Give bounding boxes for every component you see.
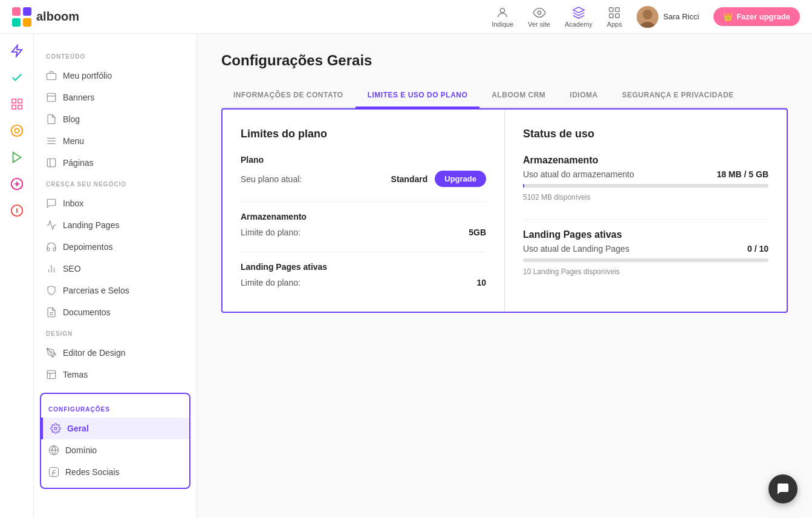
tab-idioma[interactable]: IDIOMA xyxy=(557,84,609,108)
tab-crm[interactable]: ALBOOM CRM xyxy=(479,84,557,108)
icon-sidebar-circle[interactable] xyxy=(5,198,29,223)
sidebar-item-paginas[interactable]: Páginas xyxy=(34,152,197,174)
plan-name: Standard xyxy=(391,174,428,184)
sidebar-item-editor-design[interactable]: Editor de Design xyxy=(34,342,197,364)
storage-usage-label: Uso atual do armazenamento xyxy=(523,169,634,179)
storage-status-title: Armazenamento xyxy=(523,155,768,166)
lp-status-row: Uso atual de Landing Pages 0 / 10 xyxy=(523,244,768,254)
svg-rect-17 xyxy=(18,105,21,109)
sidebar-item-geral[interactable]: Geral xyxy=(41,418,189,439)
sidebar-item-documentos-label: Documentos xyxy=(63,307,111,317)
storage-status-row: Uso atual do armazenamento 18 MB / 5 GB xyxy=(523,169,768,179)
left-sidebar: CONTEÚDO Meu portfólio Banners Blog Menu… xyxy=(34,34,197,518)
plan-section: Plano Seu plano atual: Standard Upgrade xyxy=(241,155,486,187)
sidebar-item-depoimentos-label: Depoimentos xyxy=(63,242,113,252)
svg-rect-8 xyxy=(609,13,613,17)
plan-card-title: Limites do plano xyxy=(241,128,486,140)
nav-academy-label: Academy xyxy=(565,21,593,28)
plan-label: Plano xyxy=(241,155,486,165)
sidebar-item-banners-label: Banners xyxy=(63,93,94,102)
section-label-negocio: CRESÇA SEU NEGÓCIO xyxy=(34,181,197,192)
sidebar-item-redes-sociais[interactable]: Redes Sociais xyxy=(41,461,189,483)
nav-apps-label: Apps xyxy=(607,21,622,28)
icon-sidebar-palette[interactable] xyxy=(5,119,29,143)
nav-ver-site[interactable]: Ver site xyxy=(528,6,550,28)
plan-limits-card: Limites do plano Plano Seu plano atual: … xyxy=(222,110,505,312)
tabs: INFORMAÇÕES DE CONTATO LIMITES E USO DO … xyxy=(221,84,788,108)
sidebar-item-portfolio-label: Meu portfólio xyxy=(63,71,112,80)
main-content: Configurações Gerais INFORMAÇÕES DE CONT… xyxy=(197,34,812,518)
svg-rect-14 xyxy=(11,99,15,103)
lp-usage-value: 0 / 10 xyxy=(747,244,768,254)
tab-informacoes[interactable]: INFORMAÇÕES DE CONTATO xyxy=(221,84,356,108)
user-info[interactable]: Sara Ricci xyxy=(637,6,699,28)
svg-marker-20 xyxy=(13,152,21,163)
svg-marker-13 xyxy=(11,45,22,56)
icon-sidebar xyxy=(0,34,34,518)
storage-usage-value: 18 MB / 5 GB xyxy=(716,169,768,179)
sidebar-item-temas[interactable]: Temas xyxy=(34,364,197,385)
lp-status-section: Landing Pages ativas Uso atual de Landin… xyxy=(523,229,768,277)
tab-limites[interactable]: LIMITES E USO DO PLANO xyxy=(356,84,480,108)
nav-apps[interactable]: Apps xyxy=(607,6,622,28)
lp-limit-label: Limite do plano: xyxy=(241,278,300,287)
storage-status-section: Armazenamento Uso atual do armazenamento… xyxy=(523,155,768,202)
logo-text: alboom xyxy=(36,10,79,24)
sidebar-item-depoimentos[interactable]: Depoimentos xyxy=(34,236,197,258)
sidebar-item-parcerias-label: Parcerias e Selos xyxy=(63,286,129,295)
section-label-conteudo: CONTEÚDO xyxy=(34,53,197,65)
nav-academy[interactable]: Academy xyxy=(565,6,593,28)
lp-limit-row: Limite do plano: 10 xyxy=(241,278,486,287)
icon-sidebar-dollar[interactable] xyxy=(5,172,29,196)
lp-usage-label: Uso atual de Landing Pages xyxy=(523,244,629,254)
storage-label: Armazenamento xyxy=(241,212,486,221)
sidebar-item-geral-label: Geral xyxy=(67,424,89,433)
tab-seguranca[interactable]: SEGURANÇA E PRIVACIDADE xyxy=(610,84,746,108)
nav-indique[interactable]: Indique xyxy=(492,6,513,28)
storage-section: Armazenamento Limite do plano: 5GB xyxy=(241,212,486,237)
icon-sidebar-check[interactable] xyxy=(5,65,29,90)
main-layout: CONTEÚDO Meu portfólio Banners Blog Menu… xyxy=(0,34,812,518)
section-label-config: CONFIGURAÇÕES xyxy=(41,406,189,418)
svg-rect-41 xyxy=(50,468,59,477)
storage-limit-value: 5GB xyxy=(469,228,486,237)
icon-sidebar-grid[interactable] xyxy=(5,92,29,116)
sidebar-item-landing-pages-label: Landing Pages xyxy=(63,220,119,230)
svg-rect-2 xyxy=(12,18,21,27)
svg-rect-7 xyxy=(615,7,619,11)
lp-progress-bg xyxy=(523,258,768,262)
section-label-design: DESIGN xyxy=(34,330,197,342)
lp-limits-section: Landing Pages ativas Limite do plano: 10 xyxy=(241,262,486,287)
user-name: Sara Ricci xyxy=(663,12,699,21)
logo[interactable]: alboom xyxy=(12,7,79,27)
upgrade-button[interactable]: 👑 Fazer upgrade xyxy=(713,7,800,26)
storage-progress-bg xyxy=(523,184,768,188)
nav-ver-site-label: Ver site xyxy=(528,21,550,28)
svg-rect-16 xyxy=(11,105,15,109)
nav-indique-label: Indique xyxy=(492,21,513,28)
sidebar-item-dominio[interactable]: Domínio xyxy=(41,439,189,461)
sidebar-item-portfolio[interactable]: Meu portfólio xyxy=(34,65,197,87)
chat-button[interactable] xyxy=(768,474,797,503)
sidebar-item-seo[interactable]: SEO xyxy=(34,258,197,280)
svg-rect-37 xyxy=(47,370,56,379)
topnav-right: Indique Ver site Academy Apps Sara Ricci xyxy=(492,6,800,28)
sidebar-item-documentos[interactable]: Documentos xyxy=(34,301,197,323)
sidebar-item-banners[interactable]: Banners xyxy=(34,87,197,108)
sidebar-item-landing-pages[interactable]: Landing Pages xyxy=(34,214,197,236)
avatar xyxy=(637,6,658,28)
sidebar-item-inbox[interactable]: Inbox xyxy=(34,192,197,214)
svg-point-36 xyxy=(50,352,52,353)
divider-3 xyxy=(523,219,768,220)
icon-sidebar-flash[interactable] xyxy=(5,39,29,63)
storage-limit-label: Limite do plano: xyxy=(241,228,300,237)
upgrade-plan-button[interactable]: Upgrade xyxy=(435,171,486,187)
sidebar-item-seo-label: SEO xyxy=(63,264,81,274)
sidebar-item-blog[interactable]: Blog xyxy=(34,108,197,130)
sidebar-item-menu[interactable]: Menu xyxy=(34,130,197,152)
status-card: Status de uso Armazenamento Uso atual do… xyxy=(505,110,787,312)
svg-rect-0 xyxy=(12,7,21,16)
sidebar-item-parcerias[interactable]: Parcerias e Selos xyxy=(34,280,197,301)
icon-sidebar-play[interactable] xyxy=(5,145,29,169)
storage-progress-fill xyxy=(523,184,524,188)
